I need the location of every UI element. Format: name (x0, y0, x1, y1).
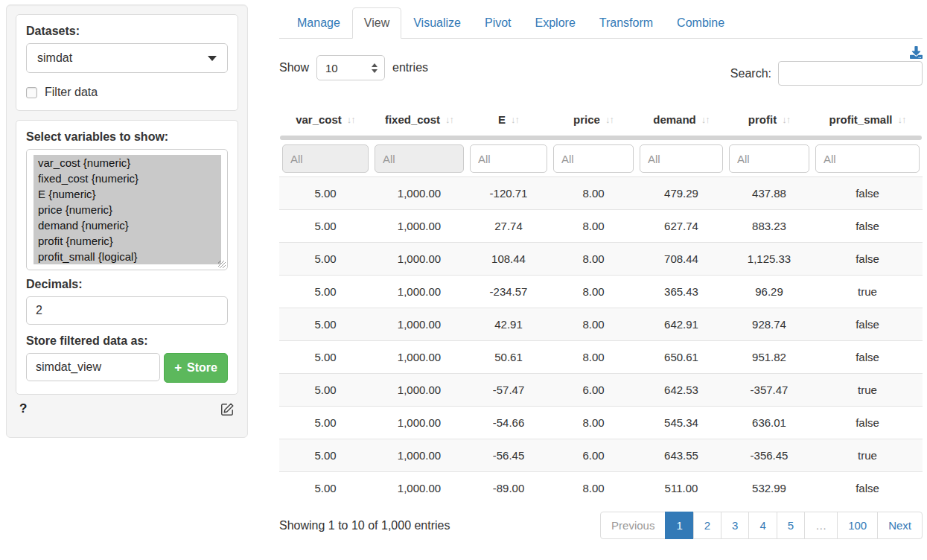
cell: 8.00 (550, 471, 637, 504)
tab-manage[interactable]: Manage (285, 7, 352, 39)
column-filter-demand[interactable] (640, 144, 723, 173)
pagination: Previous12345…100Next (600, 512, 923, 539)
store-name-input[interactable] (26, 353, 160, 381)
variable-option[interactable]: demand {numeric} (34, 217, 221, 233)
pagination-5[interactable]: 5 (777, 512, 805, 539)
pagination-1[interactable]: 1 (665, 512, 693, 539)
tab-transform[interactable]: Transform (587, 7, 665, 39)
column-header-profit[interactable]: profit↓↑ (726, 106, 812, 133)
cell: false (812, 340, 923, 373)
pagination-4[interactable]: 4 (748, 512, 777, 539)
filter-cell (637, 142, 726, 176)
cell: 642.53 (637, 373, 726, 406)
tab-visualize[interactable]: Visualize (401, 7, 473, 39)
sidebar-footer: ? (7, 395, 247, 416)
cell: 8.00 (550, 242, 637, 275)
cell: 5.00 (279, 242, 372, 275)
cell: -357.47 (726, 373, 812, 406)
main-content: ManageViewVisualizePivotExploreTransform… (279, 4, 923, 539)
select-stepper-icon (372, 63, 378, 73)
sort-icon: ↓↑ (445, 114, 453, 125)
column-filter-fixed_cost (375, 144, 464, 173)
cell: 96.29 (726, 275, 812, 308)
column-label: price (573, 113, 600, 126)
cell: 5.00 (279, 209, 372, 242)
cell: 545.34 (637, 406, 726, 439)
data-table: var_cost↓↑fixed_cost↓↑E↓↑price↓↑demand↓↑… (279, 106, 923, 504)
pagination-next[interactable]: Next (877, 512, 923, 539)
cell: -89.00 (467, 471, 550, 504)
table-toolbar: Show 10 entries Search: (279, 46, 923, 89)
cell: -120.71 (467, 176, 550, 209)
tab-view[interactable]: View (352, 7, 401, 39)
cell: true (812, 439, 923, 471)
show-label: Show (279, 61, 309, 74)
tab-explore[interactable]: Explore (523, 7, 587, 39)
column-header-fixed_cost[interactable]: fixed_cost↓↑ (372, 106, 467, 133)
column-header-profit_small[interactable]: profit_small↓↑ (812, 106, 923, 133)
cell: 1,000.00 (372, 275, 467, 308)
variable-option[interactable]: price {numeric} (34, 202, 221, 217)
page-size-select[interactable]: 10 (316, 55, 385, 80)
help-button[interactable]: ? (19, 401, 27, 416)
variables-multiselect[interactable]: var_cost {numeric}fixed_cost {numeric}E … (26, 149, 228, 270)
cell: 5.00 (279, 340, 372, 373)
column-filter-profit_small[interactable] (815, 144, 920, 173)
store-button-label: Store (187, 361, 217, 375)
cell: 5.00 (279, 275, 372, 308)
cell: 511.00 (637, 471, 726, 504)
pagination-3[interactable]: 3 (721, 512, 749, 539)
column-label: profit_small (829, 113, 892, 126)
download-button[interactable] (910, 46, 923, 59)
resize-handle-icon[interactable] (218, 261, 226, 268)
variable-option[interactable]: var_cost {numeric} (34, 155, 221, 171)
variable-option[interactable]: profit {numeric} (34, 233, 221, 249)
cell: 42.91 (467, 308, 550, 340)
tab-pivot[interactable]: Pivot (473, 7, 523, 39)
cell: 1,000.00 (372, 242, 467, 275)
filter-data-checkbox[interactable] (26, 87, 37, 98)
cell: false (812, 176, 923, 209)
cell: 6.00 (550, 373, 637, 406)
column-label: var_cost (296, 113, 342, 126)
variable-option[interactable]: E {numeric} (34, 186, 221, 202)
cell: false (812, 209, 923, 242)
cell: 5.00 (279, 406, 372, 439)
cell: -54.66 (467, 406, 550, 439)
pencil-square-icon (220, 402, 235, 416)
store-button[interactable]: + Store (164, 353, 228, 383)
filter-data-row: Filter data (26, 86, 228, 99)
cell: true (812, 373, 923, 406)
cell: 8.00 (550, 308, 637, 340)
cell: 5.00 (279, 439, 372, 471)
sort-icon: ↓↑ (511, 114, 519, 125)
entries-label: entries (392, 61, 428, 74)
column-header-price[interactable]: price↓↑ (550, 106, 637, 133)
column-filter-E[interactable] (470, 144, 547, 173)
cell: 532.99 (726, 471, 812, 504)
table-horizontal-scrollbar[interactable] (280, 136, 922, 140)
variable-option[interactable]: profit_small {logical} (34, 249, 221, 264)
dataset-select[interactable]: simdat (26, 43, 228, 73)
variable-option[interactable]: fixed_cost {numeric} (34, 171, 221, 186)
cell: 951.82 (726, 340, 812, 373)
cell: -57.47 (467, 373, 550, 406)
column-filter-profit[interactable] (729, 144, 809, 173)
column-header-demand[interactable]: demand↓↑ (637, 106, 726, 133)
cell: -56.45 (467, 439, 550, 471)
pagination-100[interactable]: 100 (837, 512, 878, 539)
pagination-2[interactable]: 2 (693, 512, 721, 539)
tab-combine[interactable]: Combine (665, 7, 736, 39)
edit-code-button[interactable] (220, 402, 235, 416)
filter-cell (467, 142, 550, 176)
cell: 1,000.00 (372, 308, 467, 340)
column-header-var_cost[interactable]: var_cost↓↑ (279, 106, 372, 133)
column-header-E[interactable]: E↓↑ (467, 106, 550, 133)
column-filter-price[interactable] (553, 144, 634, 173)
cell: 6.00 (550, 439, 637, 471)
pagination-ellipsis: … (804, 512, 838, 539)
column-filter-var_cost (282, 144, 369, 173)
search-input[interactable] (778, 61, 923, 86)
decimals-input[interactable] (26, 296, 228, 325)
column-label: profit (748, 113, 777, 126)
